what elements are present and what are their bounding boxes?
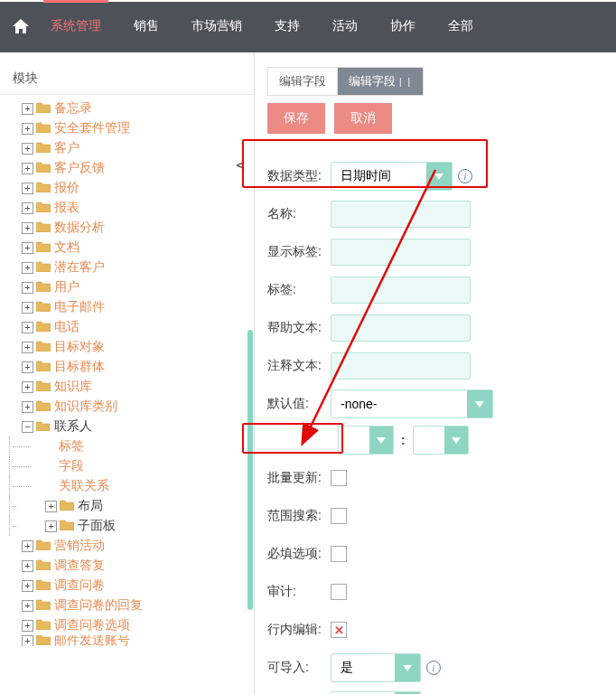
expander-icon[interactable]: + [45,501,57,512]
tree-item[interactable]: +目标对象 [9,337,254,357]
tree-item[interactable]: +客户反馈 [9,158,254,178]
expander-icon[interactable]: + [22,580,33,592]
nav-item[interactable]: 活动 [316,0,374,52]
tree-item-label[interactable]: 电话 [54,317,79,337]
expander-icon[interactable]: + [22,635,33,646]
tree-item[interactable]: +调查问卷的回复 [9,596,254,615]
checkbox-audit[interactable] [331,584,347,600]
tree-item-label[interactable]: 文档 [54,238,79,258]
nav-item[interactable]: 全部 [432,0,490,52]
nav-item[interactable]: 支持 [258,0,316,52]
tree-item-label[interactable]: 报表 [54,198,79,218]
expander-icon[interactable]: + [22,183,33,194]
tree-item-label[interactable]: 知识库类别 [54,397,117,417]
tree-item[interactable]: +客户 [9,138,254,158]
checkbox-mass-update[interactable] [331,470,347,486]
expander-icon[interactable]: + [22,381,33,393]
sidebar-scrollbar[interactable] [247,330,253,610]
expander-icon[interactable]: + [22,322,33,333]
tree-item-label[interactable]: 调查问卷 [54,576,105,596]
tree-item[interactable]: +用户 [9,277,254,297]
expander-icon[interactable]: + [22,540,33,552]
expander-icon[interactable]: + [22,600,33,612]
tree-item-label[interactable]: 字段 [59,456,84,476]
nav-item[interactable]: 协作 [374,0,432,52]
tree-item-label[interactable]: 用户 [54,277,79,297]
expander-icon[interactable]: + [22,123,33,135]
tree-item[interactable]: +数据分析 [9,218,254,238]
expander-icon[interactable]: + [22,202,33,214]
checkbox-inline-edit[interactable]: ✕ [331,622,347,638]
tree-item[interactable]: +报表 [9,198,254,218]
tree-item[interactable]: +备忘录 [9,98,254,118]
tree-item-label[interactable]: 联系人 [54,417,92,436]
tree-item-label[interactable]: 关联关系 [59,476,109,496]
expander-icon[interactable]: + [22,262,33,274]
tree-item-label[interactable]: 营销活动 [54,536,105,556]
tree-item[interactable]: +安全套件管理 [9,118,254,138]
tree-item[interactable]: +布局 [9,496,254,516]
expander-icon[interactable]: + [22,560,33,572]
tree-item-label[interactable]: 数据分析 [54,218,105,238]
tree-item-label[interactable]: 潜在客户 [54,258,105,277]
tab[interactable]: 编辑字段 [268,68,338,95]
select-importable[interactable]: 是 [331,653,421,682]
info-icon[interactable]: i [426,661,441,675]
tree-item[interactable]: +知识库 [9,377,254,397]
expander-icon[interactable]: − [22,421,33,433]
tree-item-label[interactable]: 布局 [78,496,103,516]
tree-item[interactable]: +邮件发送账号 [9,635,254,646]
tree-item[interactable]: 字段 [9,456,254,476]
tree-item-label[interactable]: 调查答复 [54,556,105,576]
tree-item[interactable]: +调查问卷 [9,576,254,596]
tree-item[interactable]: +调查问卷选项 [9,615,254,635]
tree-item[interactable]: +潜在客户 [9,258,254,277]
tree-item-label[interactable]: 调查问卷选项 [54,615,130,635]
tree-item-label[interactable]: 安全套件管理 [54,118,130,138]
tree-item[interactable]: 标签 [9,436,254,456]
expander-icon[interactable]: + [22,361,33,373]
tree-item-label[interactable]: 电子邮件 [54,297,105,317]
expander-icon[interactable]: + [22,282,33,294]
tree-item-label[interactable]: 邮件发送账号 [54,635,130,646]
input-name[interactable] [331,201,471,228]
tree-item[interactable]: +电话 [9,317,254,337]
tab[interactable]: 编辑字段 | | [338,68,423,95]
checkbox-required[interactable] [331,546,347,562]
tree-item-label[interactable]: 知识库 [54,377,92,397]
nav-item[interactable]: 市场营销 [175,0,258,52]
nav-item[interactable]: 系统管理 [34,0,117,52]
tree-item-label[interactable]: 目标群体 [54,357,105,377]
tree-item[interactable]: +电子邮件 [9,297,254,317]
tree-item-label[interactable]: 目标对象 [54,337,105,357]
expander-icon[interactable]: + [22,302,33,314]
tree-item[interactable]: +知识库类别 [9,397,254,417]
expander-icon[interactable]: + [22,620,33,632]
checkbox-range-search[interactable] [331,508,347,524]
expander-icon[interactable]: + [22,163,33,174]
expander-icon[interactable]: + [22,401,33,413]
tree-item-label[interactable]: 备忘录 [54,98,92,118]
input-tag[interactable] [331,277,471,304]
input-comment-text[interactable] [331,352,471,380]
expander-icon[interactable]: + [22,242,33,254]
expander-icon[interactable]: + [45,520,57,532]
expander-icon[interactable]: + [22,222,33,234]
input-help-text[interactable] [331,314,471,342]
tree-item[interactable]: 关联关系 [9,476,254,496]
tree-item[interactable]: +报价 [9,178,254,198]
tree-item-label[interactable]: 报价 [54,178,79,198]
nav-item[interactable]: 销售 [117,0,175,52]
tree-item-label[interactable]: 客户 [54,138,79,158]
tree-item-label[interactable]: 子面板 [78,516,116,536]
expander-icon[interactable]: + [22,103,33,115]
tree-item[interactable]: +调查答复 [9,556,254,576]
expander-icon[interactable]: + [22,342,33,353]
tree-item-label[interactable]: 调查问卷的回复 [54,596,143,615]
tree-item[interactable]: −联系人 [9,417,254,436]
expander-icon[interactable]: + [22,143,33,155]
select-minute[interactable] [413,426,469,455]
cancel-button[interactable]: 取消 [334,103,392,134]
input-display-label[interactable] [331,239,471,266]
home-icon[interactable] [7,0,34,52]
